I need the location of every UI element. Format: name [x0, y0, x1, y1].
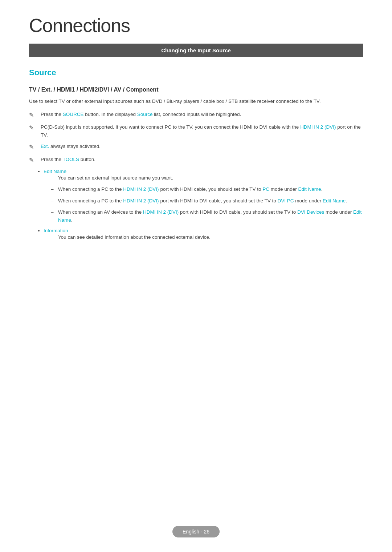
source-heading: Source [29, 68, 363, 77]
dvi-devices-keyword: DVI Devices [297, 209, 324, 215]
note-icon-4: ✎ [29, 156, 39, 165]
note-icon-2: ✎ [29, 123, 39, 133]
hdmi-in-2-keyword-2: HDMI IN 2 (DVI) [123, 186, 159, 192]
page-container: Connections Changing the Input Source So… [0, 0, 392, 274]
sub-bullet-item-1: When connecting a PC to the HDMI IN 2 (D… [51, 185, 363, 193]
note-text-1: Press the SOURCE button. In the displaye… [41, 110, 363, 118]
source-list-keyword: Source [137, 112, 153, 117]
sub-bullet-list-edit-name: When connecting a PC to the HDMI IN 2 (D… [51, 185, 363, 224]
note-item-2: ✎ PC(D-Sub) input is not supported. If y… [29, 123, 363, 139]
hdmi-in-2-keyword-4: HDMI IN 2 (DVI) [143, 209, 179, 215]
note-item-1: ✎ Press the SOURCE button. In the displa… [29, 110, 363, 120]
description-text: Use to select TV or other external input… [29, 97, 363, 105]
dvi-pc-keyword: DVI PC [278, 198, 294, 204]
note-icon-1: ✎ [29, 110, 39, 120]
note-text-2: PC(D-Sub) input is not supported. If you… [41, 123, 363, 139]
note-item-4: ✎ Press the TOOLS button. [29, 156, 363, 165]
hdmi-in-2-keyword-3: HDMI IN 2 (DVI) [123, 198, 159, 204]
bullet-item-edit-name: Edit Name You can set an external input … [44, 169, 363, 224]
note-text-3: Ext. always stays activated. [41, 142, 363, 150]
edit-name-ref-1: Edit Name [298, 186, 321, 192]
tools-keyword: TOOLS [63, 157, 79, 162]
bullet-item-information: Information You can see detailed informa… [44, 228, 363, 241]
information-label: Information [44, 228, 68, 233]
page-title: Connections [29, 15, 363, 36]
pc-keyword: PC [262, 186, 269, 192]
edit-name-description: You can set an external input source nam… [58, 174, 363, 182]
note-icon-3: ✎ [29, 142, 39, 152]
note-text-4: Press the TOOLS button. [41, 156, 363, 164]
ext-keyword: Ext. [41, 144, 49, 149]
information-description: You can see detailed information about t… [58, 233, 363, 241]
edit-name-ref-2: Edit Name [323, 198, 346, 204]
note-item-3: ✎ Ext. always stays activated. [29, 142, 363, 152]
bullet-list: Edit Name You can set an external input … [44, 169, 363, 241]
section-header: Changing the Input Source [29, 44, 363, 57]
sub-bullet-item-3: When connecting an AV devices to the HDM… [51, 208, 363, 224]
page-footer: English - 26 [172, 526, 220, 537]
sub-bullet-item-2: When connecting a PC to the HDMI IN 2 (D… [51, 197, 363, 205]
edit-name-label: Edit Name [44, 169, 66, 174]
hdmi-in-2-keyword-1: HDMI IN 2 (DVI) [300, 124, 336, 130]
source-keyword: SOURCE [63, 112, 84, 117]
sub-heading: TV / Ext. / HDMI1 / HDMI2/DVI / AV / Com… [29, 86, 363, 93]
